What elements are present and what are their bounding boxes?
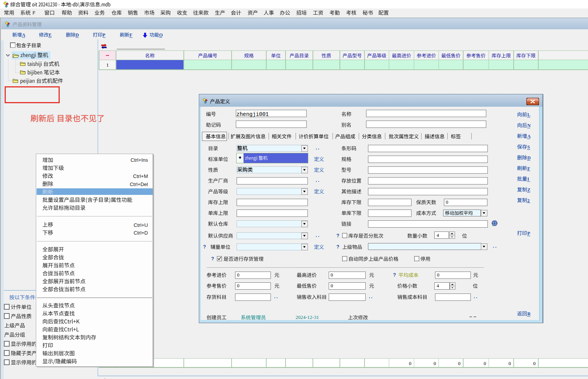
svg-text:Z: Z [528, 187, 531, 193]
svg-text:?: ? [211, 256, 214, 262]
svg-text:F: F [528, 166, 530, 171]
svg-text:P: P [102, 32, 105, 38]
svg-text:P: P [528, 231, 530, 236]
svg-text:4: 4 [437, 233, 439, 238]
svg-text:Ctrl+U: Ctrl+U [134, 222, 148, 228]
svg-text:F: F [33, 10, 35, 16]
svg-text:0: 0 [409, 361, 411, 366]
svg-text:0: 0 [437, 272, 439, 278]
svg-text:R: R [528, 311, 531, 317]
svg-text:L: L [528, 112, 531, 117]
svg-text:Ctrl+Del: Ctrl+Del [130, 181, 148, 187]
svg-text:A: A [22, 32, 25, 38]
svg-text:?: ? [203, 244, 206, 250]
svg-text:O: O [159, 32, 163, 38]
svg-text:D: D [76, 32, 79, 38]
svg-text:N: N [528, 123, 531, 128]
svg-text:0: 0 [237, 283, 239, 288]
svg-text:Ctrl+M: Ctrl+M [133, 173, 148, 179]
svg-text:A: A [528, 134, 531, 139]
svg-text:0: 0 [331, 272, 333, 278]
svg-text:0: 0 [331, 283, 333, 288]
svg-text:0: 0 [433, 361, 436, 366]
svg-text:?: ? [336, 233, 339, 238]
svg-text:D: D [528, 155, 531, 161]
svg-text:1: 1 [106, 62, 109, 68]
svg-text:0: 0 [237, 272, 239, 278]
svg-text:2: 2 [528, 198, 530, 203]
svg-text:0: 0 [458, 361, 460, 366]
svg-text:4: 4 [437, 283, 439, 288]
svg-text:Ctrl+D: Ctrl+D [134, 230, 148, 236]
svg-text:S: S [528, 144, 530, 150]
svg-text:?: ? [393, 272, 396, 278]
svg-text:I: I [528, 176, 529, 182]
svg-text:F: F [129, 32, 132, 38]
svg-text:– –: – – [469, 314, 476, 319]
svg-text:zhengji001: zhengji001 [237, 111, 269, 117]
svg-text:0: 0 [446, 200, 448, 205]
svg-text:0: 0 [533, 361, 536, 366]
svg-text:2024-12-31: 2024-12-31 [296, 314, 319, 320]
svg-text:0: 0 [484, 361, 486, 366]
svg-text:E: E [49, 32, 52, 38]
svg-text:?: ? [336, 244, 339, 250]
svg-text:Ctrl+Ins: Ctrl+Ins [131, 157, 148, 163]
svg-text:0: 0 [509, 361, 511, 366]
